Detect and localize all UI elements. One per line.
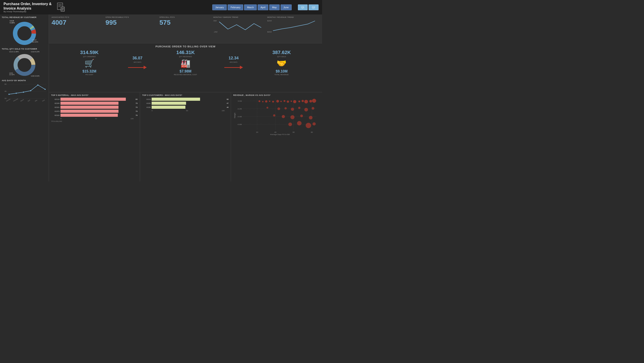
avg-days1-label: AVG DAYS <box>134 61 142 63</box>
svg-point-27 <box>37 85 38 86</box>
donut1-u118-label: U118 5.39% <box>10 20 15 24</box>
svg-point-61 <box>269 101 270 102</box>
svg-text:-2M: -2M <box>214 31 218 33</box>
svg-point-78 <box>298 107 300 109</box>
cust-bar-u113: U113 66 <box>142 98 229 101</box>
kpi-open-receivable: OPEN RECEIVABLE PO's 995 <box>106 16 158 41</box>
revenue-title: TOTAL REVENUE BY CUSTOMER <box>2 16 47 19</box>
bar-row-62110: 62110 89 <box>51 98 138 101</box>
title-block: Purchase Order, Inventory & Invoice Anal… <box>4 2 52 13</box>
sales-icon: 🤝 <box>276 59 286 68</box>
svg-point-68 <box>293 100 296 103</box>
svg-text:February: February <box>13 98 18 102</box>
svg-point-60 <box>265 100 268 103</box>
avg-days2-label: AVG DAYS <box>230 61 238 63</box>
scatter-chart: 0.0M -0.2M -0.4M -0.6M 20 40 60 80 Margi… <box>233 98 320 135</box>
svg-text:Average Days PO to Bill: Average Days PO to Bill <box>270 133 290 135</box>
scatter-panel: REVENUE , MARGIN VS AVG DAYS* <box>231 92 322 182</box>
flow-arrow-2: 12.34 AVG DAYS <box>224 56 243 69</box>
svg-point-84 <box>300 115 303 117</box>
filter-q1[interactable]: Q1 <box>298 5 308 10</box>
page-title: Purchase Order, Inventory & Invoice Anal… <box>4 2 52 10</box>
customers-title: TOP 3 CUSTOMERS - MAX AVG DAYS* <box>142 94 229 96</box>
svg-point-88 <box>306 123 311 128</box>
donut2-u131: U13122.32% <box>9 72 15 75</box>
svg-text:June: June <box>42 99 45 102</box>
qty-title: TOTAL QTY SOLD TO CUSTOMER <box>2 48 47 50</box>
svg-text:$2M: $2M <box>267 20 272 22</box>
svg-point-86 <box>288 123 292 126</box>
po-stage-sales: 387.62K QTY SOLD 🤝 $9.10M TOTAL REVENUE <box>245 50 318 75</box>
kpi-associated-po: ASSOCIATED PO's 4007 <box>52 16 104 41</box>
filter-april[interactable]: April <box>258 5 268 10</box>
scatter-title: REVENUE , MARGIN VS AVG DAYS* <box>233 94 320 96</box>
svg-text:0M: 0M <box>214 20 216 22</box>
svg-point-80 <box>312 107 314 110</box>
svg-point-74 <box>266 107 268 109</box>
svg-text:-0.4M: -0.4M <box>237 116 242 118</box>
materials-axis: 0 50 100 <box>51 118 138 120</box>
filter-march[interactable]: March <box>244 5 257 10</box>
invoice-icon <box>56 3 66 12</box>
bottom-charts: TOP 5 MATERIAL - MAX AVG DAYS* 62110 89 … <box>49 92 322 182</box>
filter-june[interactable]: June <box>280 5 292 10</box>
filter-q2[interactable]: Q2 <box>308 5 318 10</box>
svg-point-58 <box>258 100 260 102</box>
cust-bar-u131: U131 47 <box>142 102 229 105</box>
svg-text:80: 80 <box>311 131 313 133</box>
filter-january[interactable]: January <box>212 5 227 10</box>
right-panel: ASSOCIATED PO's 4007 OPEN RECEIVABLE PO'… <box>49 15 322 182</box>
svg-point-75 <box>278 107 280 110</box>
byline: By:Anoop Thummalapally <box>4 11 52 13</box>
margin-trend-chart: 0M -2M <box>214 19 266 34</box>
kpi-margin-trend: MONTHLY MARGIN TREND 0M -2M <box>214 16 266 41</box>
svg-point-85 <box>309 116 312 119</box>
filter-february[interactable]: February <box>228 5 243 10</box>
svg-point-87 <box>297 121 302 125</box>
avg-days-title: AVG DAYS* BY MONTH <box>2 79 47 82</box>
svg-text:May: May <box>35 99 38 102</box>
donut2-u118: U118 41.8% <box>31 51 40 53</box>
revenue-trend-chart: $2M $0M <box>267 19 320 34</box>
svg-text:March: March <box>20 99 24 102</box>
svg-point-79 <box>304 108 308 111</box>
svg-text:0.0M: 0.0M <box>238 100 242 102</box>
flow-arrow-1: 36.07 AVG DAYS <box>128 56 147 69</box>
svg-point-25 <box>23 92 24 93</box>
svg-point-76 <box>284 107 287 109</box>
svg-point-26 <box>30 90 31 91</box>
svg-point-70 <box>302 100 304 102</box>
svg-point-83 <box>290 115 294 119</box>
svg-point-11 <box>20 29 29 38</box>
svg-point-23 <box>8 94 10 95</box>
svg-text:-0.6M: -0.6M <box>237 123 242 125</box>
filter-may[interactable]: May <box>269 5 280 10</box>
left-panel: TOTAL REVENUE BY CUSTOMER U118 5.39% <box>0 15 49 182</box>
avg-days1-value: 36.07 <box>132 56 142 61</box>
materials-note: *PO to BILLING <box>51 121 138 122</box>
svg-point-72 <box>310 100 312 103</box>
top-customers-panel: TOP 3 CUSTOMERS - MAX AVG DAYS* U113 66 … <box>140 92 231 182</box>
avg-days-chart: 60 40 20 <box>2 82 47 102</box>
svg-text:40: 40 <box>4 90 7 92</box>
svg-point-59 <box>262 101 264 102</box>
svg-point-71 <box>304 100 308 103</box>
svg-point-89 <box>312 122 316 125</box>
customers-bar-chart: U113 66 U131 47 <box>142 98 229 109</box>
donut2-u113: U113 11.09% <box>9 51 19 53</box>
svg-point-69 <box>298 101 300 102</box>
po-title: PURCHASE ORDER TO BILLING OVER VIEW <box>52 45 318 48</box>
month-filters: January February March April May June <box>212 5 292 10</box>
svg-point-73 <box>312 99 316 103</box>
svg-text:40: 40 <box>274 131 276 133</box>
bar-row-61970: 61970 79 <box>51 110 138 113</box>
svg-point-67 <box>291 101 292 102</box>
svg-point-66 <box>287 101 289 103</box>
donut1-u113-label: U113 89.03% <box>32 39 38 43</box>
main-content: TOTAL REVENUE BY CUSTOMER U118 5.39% <box>0 15 322 182</box>
avg-days-section: AVG DAYS* BY MONTH 60 40 20 <box>2 79 47 102</box>
kpi-open-bill: OPEN BILL PO's 575 <box>160 16 212 41</box>
svg-point-16 <box>20 60 29 70</box>
po-stage-buy: 314.59K QTY ORDERED 🛒 $15.32M PO COST <box>52 50 126 75</box>
svg-point-63 <box>276 100 279 103</box>
